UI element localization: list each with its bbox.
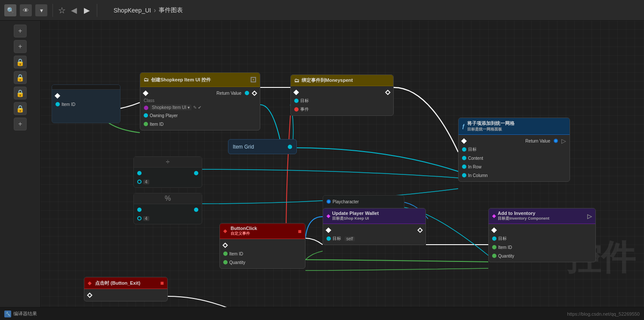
node-add-inventory[interactable]: ◆ Add to Inventory 目标是Inventory Componen…	[488, 208, 596, 262]
exec-out	[252, 90, 257, 96]
button-click-header: ◆ ButtonClick 自定义事件 ■	[220, 224, 305, 239]
node-item-grid[interactable]: Item Grid	[228, 139, 297, 154]
wallet-title: Update Player Wallet	[332, 211, 379, 216]
event-label: 事件	[300, 106, 309, 112]
exec-out-uw	[417, 227, 423, 233]
bind-event-header: 🗂 绑定事件到Moneyspent	[291, 75, 393, 86]
update-wallet-header: ◆ Update Player Wallet 目标是Shop Keep UI	[323, 208, 425, 224]
exec-out-bc	[222, 242, 228, 248]
sidebar-btn-lock-1[interactable]: 🔒	[14, 56, 27, 68]
target-pin-ai	[492, 236, 496, 241]
back-button[interactable]: ◀	[69, 6, 79, 15]
search-icon[interactable]: 🔍	[4, 4, 16, 16]
divide-header: ÷	[134, 157, 202, 168]
bind-icon: 🗂	[294, 78, 299, 84]
item-id-pin-bc	[223, 252, 228, 256]
exec-in	[143, 90, 148, 96]
exec-in-addgrid	[461, 138, 467, 144]
node-divide[interactable]: ÷ 4	[133, 156, 202, 188]
breadcrumb-root[interactable]: ShopKeep_UI	[114, 7, 151, 14]
create-ui-title: 创建Shopkeep Item UI 控件	[151, 77, 211, 83]
class-value-row: ⬤ Shopkeep Item UI ▾ ✎ ✔	[140, 104, 260, 111]
exec-pin-out	[55, 93, 60, 99]
sidebar-btn-add-3[interactable]: +	[14, 118, 27, 130]
target-label-ai: 目标	[498, 236, 507, 242]
owning-player-row: Owning Player	[140, 111, 260, 120]
button-click-subtitle: 自定义事件	[231, 231, 257, 236]
wallet-subtitle: 目标是Shop Keep UI	[332, 216, 379, 221]
create-ui-icon: 🗂	[144, 77, 149, 83]
sidebar-btn-add-1[interactable]: +	[14, 25, 27, 37]
exec-out-ce	[87, 292, 92, 298]
add-grid-header: ƒ 将子项添加到统一网格 目标是统一网格面板	[459, 118, 570, 135]
class-label: Class	[144, 98, 154, 103]
add-inventory-header: ◆ Add to Inventory 目标是Inventory Componen…	[489, 208, 595, 224]
separator2	[97, 4, 97, 17]
qty-label-bc: Quantity	[229, 260, 245, 265]
click-exit-header: ◆ 点击时 (Button_Exit) ■	[84, 277, 167, 289]
item-id-pin	[144, 122, 148, 126]
sidebar-btn-lock-4[interactable]: 🔒	[14, 102, 27, 115]
add-grid-title: 将子项添加到统一网格	[467, 120, 515, 127]
node-button-click[interactable]: ◆ ButtonClick 自定义事件 ■ Item ID Quantity	[219, 223, 305, 269]
class-row: Class	[140, 97, 260, 104]
class-value[interactable]: Shopkeep Item UI ▾	[150, 105, 191, 110]
grid-icon	[102, 7, 109, 14]
blueprint-canvas[interactable]: Item ID 🗂 创建Shopkeep Item UI 控件 ⊡ Return…	[41, 21, 644, 307]
content-pin	[462, 156, 466, 160]
target-pin-ag	[462, 147, 466, 152]
mod-in-pin	[137, 208, 142, 212]
node-add-grid[interactable]: ƒ 将子项添加到统一网格 目标是统一网格面板 Return Value ▷ 目标…	[458, 118, 570, 182]
add-grid-subtitle: 目标是统一网格面板	[467, 127, 515, 132]
item-id-label: Item ID	[62, 102, 75, 107]
node-item-id[interactable]: Item ID	[52, 84, 120, 123]
target-label: 目标	[300, 98, 309, 104]
event-pin	[294, 107, 299, 112]
item-id-row: Item ID	[140, 120, 260, 128]
node-modulo[interactable]: % 4	[133, 193, 202, 224]
node-click-exit[interactable]: ◆ 点击时 (Button_Exit) ■	[84, 277, 168, 301]
return-pin	[554, 139, 558, 143]
node-update-wallet[interactable]: ◆ Update Player Wallet 目标是Shop Keep UI 目…	[323, 208, 426, 245]
mod-val-pin	[137, 216, 142, 221]
inventory-subtitle: 目标是Inventory Component	[498, 216, 549, 221]
target-label-uw: 目标	[333, 236, 341, 242]
itemid-pin-ai	[492, 245, 496, 249]
target-label-ag: 目标	[468, 146, 477, 152]
content-label: Content	[468, 156, 483, 161]
item-id-label-bc: Item ID	[229, 252, 243, 256]
separator	[52, 4, 53, 17]
exec-out-bind	[385, 90, 391, 95]
inrow-label: In Row	[468, 165, 481, 169]
qty-pin-ai	[492, 254, 496, 258]
node-row-item-id: Item ID	[52, 100, 120, 109]
bookmark-icon[interactable]: ☆	[58, 5, 66, 16]
item-grid-pin	[288, 145, 292, 149]
node-bind-event[interactable]: 🗂 绑定事件到Moneyspent 目标 事件	[290, 75, 394, 116]
compiler-icon: 🔧	[4, 311, 11, 317]
compiler-result[interactable]: 🔧 编译器结果	[4, 311, 37, 317]
statusbar: 🔧 编译器结果 https://blog.csdn.net/qq_5226955…	[0, 307, 644, 320]
dropdown-icon[interactable]: ▾	[35, 4, 47, 16]
sidebar-btn-lock-3[interactable]: 🔒	[14, 87, 27, 99]
node-create-ui[interactable]: 🗂 创建Shopkeep Item UI 控件 ⊡ Return Value C…	[140, 72, 260, 130]
bind-title: 绑定事件到Moneyspent	[302, 77, 353, 84]
sidebar-btn-add-2[interactable]: +	[14, 40, 27, 53]
eye-icon[interactable]: 👁	[20, 4, 32, 16]
breadcrumb-current: 事件图表	[159, 6, 183, 14]
click-exit-title: 点击时 (Button_Exit)	[95, 280, 140, 286]
breadcrumb-separator: ›	[154, 6, 156, 14]
forward-button[interactable]: ▶	[82, 6, 92, 15]
item-id-label: Item ID	[150, 122, 163, 127]
sidebar-btn-lock-2[interactable]: 🔒	[14, 71, 27, 84]
playchar-label: Playcharacter	[333, 199, 359, 204]
modulo-header: %	[134, 193, 202, 204]
exec-in-bind	[293, 90, 299, 95]
div-out-pin	[194, 171, 198, 175]
return-val: Return Value	[525, 139, 550, 143]
owning-player-label: Owning Player	[150, 113, 178, 118]
breadcrumb: ShopKeep_UI › 事件图表	[102, 6, 183, 14]
toolbar: 🔍 👁 ▾ ☆ ◀ ▶ ShopKeep_UI › 事件图表	[0, 0, 644, 21]
return-val-pin	[245, 91, 249, 95]
exec-in-ai	[491, 227, 497, 233]
